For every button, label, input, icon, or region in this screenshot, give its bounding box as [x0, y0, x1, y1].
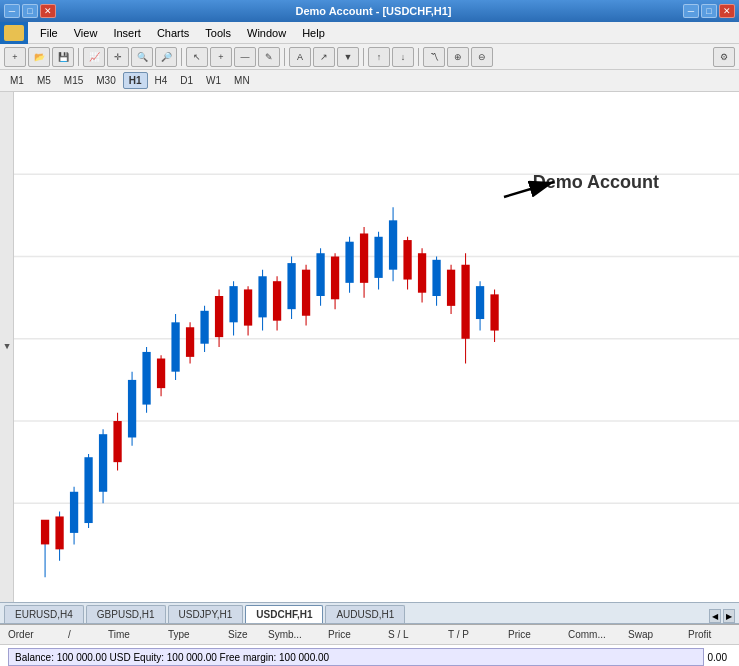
svg-rect-9 [55, 516, 63, 549]
toolbar-sep2 [181, 48, 182, 66]
chart-tab-scroll: ◀ ▶ [709, 609, 735, 623]
chart-scroll-left[interactable]: ◀ [709, 609, 721, 623]
svg-rect-49 [345, 242, 353, 283]
col-sl: S / L [384, 629, 444, 640]
svg-rect-51 [360, 233, 368, 282]
left-label-text: ▲ [2, 342, 12, 352]
svg-rect-53 [374, 237, 382, 278]
chart-scroll-right[interactable]: ▶ [723, 609, 735, 623]
toolbar-zoomout2[interactable]: ⊖ [471, 47, 493, 67]
logo-graphic [4, 25, 24, 41]
window-maximize[interactable]: □ [701, 4, 717, 18]
svg-rect-39 [273, 281, 281, 320]
toolbar-crosshair2[interactable]: + [210, 47, 232, 67]
tf-h1[interactable]: H1 [123, 72, 148, 89]
window-minimize-inner[interactable]: ─ [4, 4, 20, 18]
svg-rect-27 [186, 327, 194, 357]
col-profit: Profit [684, 629, 739, 640]
svg-rect-0 [14, 92, 739, 602]
toolbar-arrow-tool[interactable]: ↗ [313, 47, 335, 67]
toolbar-zoom-out[interactable]: 🔎 [155, 47, 177, 67]
window-minimize[interactable]: ─ [683, 4, 699, 18]
tf-m5[interactable]: M5 [31, 72, 57, 89]
svg-rect-43 [302, 270, 310, 316]
col-type: Type [164, 629, 224, 640]
toolbar-zoomin2[interactable]: ⊕ [447, 47, 469, 67]
window-close[interactable]: ✕ [719, 4, 735, 18]
toolbar-new[interactable]: + [4, 47, 26, 67]
chart-tab-gbpusd[interactable]: GBPUSD,H1 [86, 605, 166, 623]
balance-info: Balance: 100 000.00 USD Equity: 100 000.… [8, 648, 704, 666]
svg-rect-59 [418, 253, 426, 292]
tf-w1[interactable]: W1 [200, 72, 227, 89]
candlestick-chart [14, 92, 739, 602]
toolbar-buy[interactable]: ↑ [368, 47, 390, 67]
toolbar-more[interactable]: ▼ [337, 47, 359, 67]
toolbar-open[interactable]: 📂 [28, 47, 50, 67]
svg-rect-11 [70, 492, 78, 533]
svg-rect-33 [229, 286, 237, 322]
tf-m15[interactable]: M15 [58, 72, 89, 89]
title-bar: ─ □ ✕ Demo Account - [USDCHF,H1] ─ □ ✕ [0, 0, 739, 22]
tf-h4[interactable]: H4 [149, 72, 174, 89]
svg-rect-37 [258, 276, 266, 317]
toolbar-save[interactable]: 💾 [52, 47, 74, 67]
main-area: ▲ [0, 92, 739, 602]
chart-tab-eurusd[interactable]: EURUSD,H4 [4, 605, 84, 623]
col-order: Order [4, 629, 64, 640]
tf-m1[interactable]: M1 [4, 72, 30, 89]
menu-charts[interactable]: Charts [149, 24, 197, 42]
chart-tab-usdchf[interactable]: USDCHF,H1 [245, 605, 323, 623]
demo-account-label: Demo Account [533, 172, 659, 193]
svg-rect-17 [113, 421, 121, 462]
menu-file[interactable]: File [32, 24, 66, 42]
timeframe-bar: M1 M5 M15 M30 H1 H4 D1 W1 MN [0, 70, 739, 92]
menu-insert[interactable]: Insert [105, 24, 149, 42]
svg-rect-55 [389, 220, 397, 269]
toolbar-zoom-in[interactable]: 🔍 [131, 47, 153, 67]
window-title: Demo Account - [USDCHF,H1] [64, 5, 683, 17]
svg-rect-47 [331, 257, 339, 300]
menu-view[interactable]: View [66, 24, 106, 42]
col-price: Price [324, 629, 384, 640]
svg-rect-21 [142, 352, 150, 405]
chart-area[interactable]: Demo Account [14, 92, 739, 602]
toolbar-sell[interactable]: ↓ [392, 47, 414, 67]
menu-bar: File View Insert Charts Tools Window Hel… [0, 22, 739, 44]
col-time: Time [104, 629, 164, 640]
col-swap: Swap [624, 629, 684, 640]
col-dir: / [64, 629, 104, 640]
toolbar-pen[interactable]: ✎ [258, 47, 280, 67]
chart-tab-audusd[interactable]: AUDUSD,H1 [325, 605, 405, 623]
toolbar-chart[interactable]: 📈 [83, 47, 105, 67]
window-close-inner[interactable]: ✕ [40, 4, 56, 18]
svg-rect-13 [84, 457, 92, 523]
toolbar-line[interactable]: — [234, 47, 256, 67]
tf-mn[interactable]: MN [228, 72, 256, 89]
app-logo [0, 22, 28, 44]
menu-window[interactable]: Window [239, 24, 294, 42]
toolbar-crosshair[interactable]: ✛ [107, 47, 129, 67]
svg-rect-45 [316, 253, 324, 296]
left-panel: ▲ [0, 92, 14, 602]
window-maximize-inner[interactable]: □ [22, 4, 38, 18]
toolbar-sep1 [78, 48, 79, 66]
svg-rect-15 [99, 434, 107, 492]
menu-tools[interactable]: Tools [197, 24, 239, 42]
svg-rect-31 [215, 296, 223, 337]
tf-d1[interactable]: D1 [174, 72, 199, 89]
svg-rect-69 [490, 294, 498, 330]
svg-rect-23 [157, 359, 165, 389]
col-comm: Comm... [564, 629, 624, 640]
toolbar-text[interactable]: A [289, 47, 311, 67]
tf-m30[interactable]: M30 [90, 72, 121, 89]
menu-help[interactable]: Help [294, 24, 333, 42]
svg-rect-29 [200, 311, 208, 344]
chart-tab-usdjpy[interactable]: USDJPY,H1 [168, 605, 244, 623]
toolbar-pointer[interactable]: ↖ [186, 47, 208, 67]
toolbar-fibo[interactable]: 〽 [423, 47, 445, 67]
svg-rect-65 [461, 265, 469, 339]
svg-rect-7 [41, 520, 49, 545]
col-symbol: Symb... [264, 629, 324, 640]
toolbar-prop[interactable]: ⚙ [713, 47, 735, 67]
